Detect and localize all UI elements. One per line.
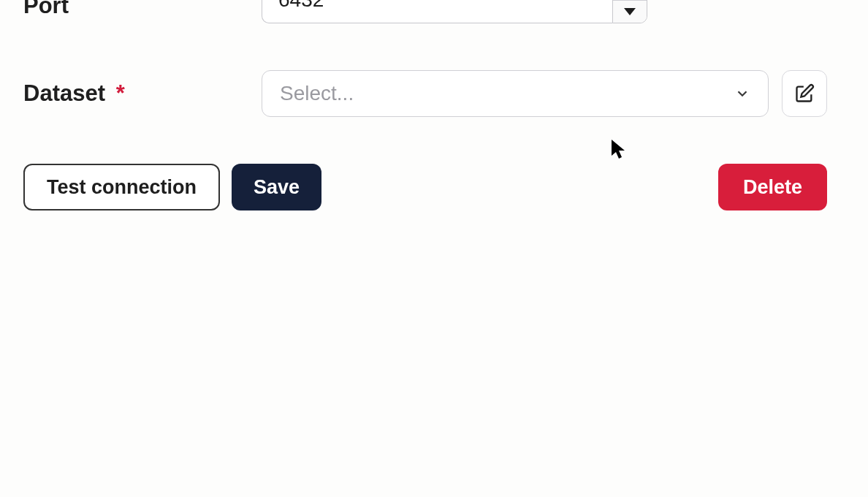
dataset-label: Dataset * (23, 80, 262, 107)
dataset-row: Dataset * Select... (23, 70, 845, 117)
required-indicator: * (116, 80, 125, 106)
save-button[interactable]: Save (232, 164, 321, 210)
caret-down-icon (624, 8, 636, 15)
action-buttons: Test connection Save Delete (0, 164, 850, 210)
dataset-select[interactable]: Select... (262, 70, 769, 117)
port-spinner (612, 0, 647, 23)
port-row: Port (23, 0, 845, 23)
dataset-placeholder: Select... (280, 82, 734, 105)
delete-button[interactable]: Delete (718, 164, 827, 210)
port-step-down[interactable] (613, 1, 647, 23)
port-input[interactable] (262, 0, 612, 23)
dataset-edit-button[interactable] (782, 70, 827, 117)
pencil-square-icon (794, 83, 815, 104)
port-label: Port (23, 0, 262, 19)
chevron-down-icon (734, 86, 750, 102)
port-input-group (262, 0, 647, 23)
test-connection-button[interactable]: Test connection (23, 164, 220, 210)
